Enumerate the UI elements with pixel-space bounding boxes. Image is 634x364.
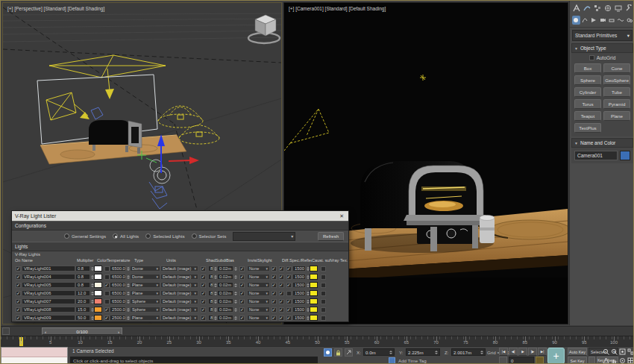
light-6-tex-checkbox[interactable] bbox=[319, 316, 327, 321]
light-3-bias-spinner[interactable]: 0.02m bbox=[217, 290, 237, 296]
object-name-field[interactable]: Camera001 bbox=[574, 151, 618, 160]
set-key-icon-button[interactable] bbox=[589, 357, 595, 364]
light-5-subdivs-spinner[interactable]: 8 bbox=[208, 307, 217, 313]
light-1-spec-checkbox[interactable]: ✓ bbox=[277, 274, 285, 280]
light-4-type-dropdown[interactable]: Sphere▾ bbox=[130, 298, 160, 304]
light-0-bias-spinner[interactable]: 0.02m bbox=[217, 266, 237, 272]
light-1-reflect-checkbox[interactable]: ✓ bbox=[285, 274, 292, 280]
light-6-subdivs-spinner[interactable]: 8 bbox=[208, 315, 217, 321]
light-2-spec-checkbox[interactable]: ✓ bbox=[277, 283, 285, 288]
light-0-subdivs-spinner[interactable]: 8 bbox=[208, 266, 217, 272]
add-time-tag[interactable]: Add Time Tag bbox=[398, 358, 427, 363]
refresh-button[interactable]: Refresh bbox=[318, 232, 344, 241]
light-0-units-dropdown[interactable]: Default (image)▾ bbox=[160, 266, 198, 272]
maximize-viewport-icon[interactable] bbox=[627, 357, 634, 364]
light-3-invisible-checkbox[interactable]: ✓ bbox=[237, 291, 247, 296]
next-frame-button[interactable]: |▶ bbox=[528, 348, 537, 356]
light-3-reflect-checkbox[interactable] bbox=[285, 291, 292, 296]
light-4-reflect-checkbox[interactable]: ✓ bbox=[285, 299, 292, 304]
light-6-units-dropdown[interactable]: Default (image)▾ bbox=[160, 315, 198, 321]
light-0-color-swatch[interactable] bbox=[94, 266, 104, 272]
light-0-diff-checkbox[interactable]: ✓ bbox=[270, 266, 277, 272]
key-icon[interactable] bbox=[536, 357, 544, 364]
tab-utilities[interactable] bbox=[624, 3, 633, 13]
selection-lock-icon[interactable] bbox=[334, 348, 342, 357]
light-6-caust-spinner[interactable]: 1500 bbox=[292, 315, 310, 321]
light-0-invisible-checkbox[interactable]: ✓ bbox=[237, 266, 247, 272]
light-0-skylight-dropdown[interactable]: None▾ bbox=[247, 266, 270, 272]
light-3-multiplier-spinner[interactable]: 12.0 bbox=[75, 290, 94, 296]
light-6-reflect-checkbox[interactable]: ✓ bbox=[285, 316, 292, 321]
category-lights[interactable] bbox=[590, 16, 598, 25]
light-2-shadows-checkbox[interactable]: ✓ bbox=[198, 283, 208, 288]
prev-frame-arrow[interactable]: ‹ bbox=[45, 329, 46, 334]
light-3-type-dropdown[interactable]: Plane▾ bbox=[130, 290, 160, 296]
light-3-subdivs-spinner[interactable]: 8 bbox=[208, 290, 217, 296]
time-slider-end-button[interactable] bbox=[2, 327, 10, 335]
light-1-invisible-checkbox[interactable]: ✓ bbox=[237, 274, 247, 280]
light-1-diff-checkbox[interactable]: ✓ bbox=[270, 274, 277, 280]
add-time-tag-icon[interactable] bbox=[389, 357, 395, 364]
light-5-skylight-dropdown[interactable]: None▾ bbox=[247, 307, 270, 313]
light-3-units-dropdown[interactable]: Default (image)▾ bbox=[160, 290, 198, 296]
category-systems[interactable] bbox=[625, 16, 633, 25]
light-2-bias-spinner[interactable]: 0.02m bbox=[217, 282, 237, 288]
viewport-label-left[interactable]: [+] [Perspective] [Standard] [Default Sh… bbox=[7, 6, 104, 12]
light-6-bias-spinner[interactable]: 0.02m bbox=[217, 315, 237, 321]
set-key-button[interactable]: Set Key bbox=[568, 357, 587, 364]
light-6-temperature-spinner[interactable]: 2500.0 bbox=[110, 315, 130, 321]
object-type-plane[interactable]: Plane bbox=[603, 111, 630, 121]
light-4-color-swatch[interactable] bbox=[94, 298, 104, 304]
zoom-extents-all-icon[interactable] bbox=[627, 348, 634, 355]
light-3-tex-checkbox[interactable] bbox=[319, 291, 327, 296]
light-6-type-dropdown[interactable]: Plane▾ bbox=[130, 315, 160, 321]
light-4-tex-checkbox[interactable] bbox=[319, 299, 327, 304]
viewport-label-right[interactable]: [+] [Camera001] [Standard] [Default Shad… bbox=[289, 6, 386, 12]
light-5-units-dropdown[interactable]: Default (image)▾ bbox=[160, 307, 198, 313]
light-3-shadows-checkbox[interactable]: ✓ bbox=[198, 291, 208, 296]
light-4-diff-checkbox[interactable]: ✓ bbox=[270, 299, 277, 304]
track-bar[interactable]: 0510152025303540455055606570758085909510… bbox=[1, 336, 634, 346]
light-2-temp_on-checkbox[interactable]: ✓ bbox=[104, 283, 110, 288]
light-1-shadows-checkbox[interactable]: ✓ bbox=[198, 274, 208, 280]
tab-display[interactable] bbox=[614, 3, 623, 13]
light-0-caust-spinner[interactable]: 1500 bbox=[292, 266, 310, 272]
auto-key-button[interactable]: Auto Key bbox=[568, 348, 587, 356]
light-2-type-dropdown[interactable]: Plane▾ bbox=[130, 282, 160, 288]
light-2-skylight-dropdown[interactable]: None▾ bbox=[247, 282, 270, 288]
light-5-name-field[interactable]: VRayLight008 bbox=[22, 307, 75, 313]
light-5-caust-spinner[interactable]: 1500 bbox=[292, 307, 310, 313]
light-5-spec-checkbox[interactable]: ✓ bbox=[277, 307, 285, 313]
light-0-tex-checkbox[interactable] bbox=[319, 266, 327, 272]
light-4-shadows-checkbox[interactable]: ✓ bbox=[198, 299, 208, 304]
light-4-invisible-checkbox[interactable]: ✓ bbox=[237, 299, 247, 304]
go-to-end-button[interactable]: ▶| bbox=[538, 348, 547, 356]
light-1-tex-checkbox[interactable] bbox=[319, 274, 327, 280]
tab-hierarchy[interactable] bbox=[593, 3, 602, 13]
light-3-skylight-dropdown[interactable]: None▾ bbox=[247, 290, 270, 296]
light-1-color-swatch[interactable] bbox=[94, 274, 104, 280]
light-2-on-checkbox[interactable]: ✓ bbox=[15, 283, 22, 288]
light-0-temp_on-checkbox[interactable] bbox=[104, 266, 110, 272]
light-2-diff-checkbox[interactable]: ✓ bbox=[270, 283, 277, 288]
light-4-name-field[interactable]: VRayLight007 bbox=[22, 298, 75, 304]
object-type-header[interactable]: ▼ Object Type bbox=[571, 43, 633, 53]
light-2-tex-checkbox[interactable] bbox=[319, 283, 327, 288]
light-5-reflect-checkbox[interactable]: ✓ bbox=[285, 307, 292, 313]
light-2-multiplier-spinner[interactable]: 0.8 bbox=[75, 282, 94, 288]
light-2-subdivs-spinner[interactable]: 8 bbox=[208, 282, 217, 288]
light-3-on-checkbox[interactable]: ✓ bbox=[15, 291, 22, 296]
close-icon[interactable]: ✕ bbox=[338, 213, 345, 219]
light-6-temp_on-checkbox[interactable]: ✓ bbox=[104, 316, 110, 321]
autogrid-checkbox[interactable] bbox=[589, 55, 594, 60]
object-type-cylinder[interactable]: Cylinder bbox=[574, 87, 601, 97]
object-type-cone[interactable]: Cone bbox=[603, 63, 630, 73]
light-6-diff-checkbox[interactable]: ✓ bbox=[270, 316, 277, 321]
prev-frame-button[interactable]: ◀| bbox=[509, 348, 518, 356]
object-type-teapot[interactable]: Teapot bbox=[574, 111, 601, 121]
object-type-box[interactable]: Box bbox=[574, 63, 601, 73]
light-4-temp_on-checkbox[interactable] bbox=[104, 299, 110, 304]
light-3-name-field[interactable]: VRayLight006 bbox=[22, 290, 75, 296]
configurations-header[interactable]: Configurations bbox=[12, 221, 348, 230]
light-5-invisible-checkbox[interactable]: ✓ bbox=[237, 307, 247, 313]
